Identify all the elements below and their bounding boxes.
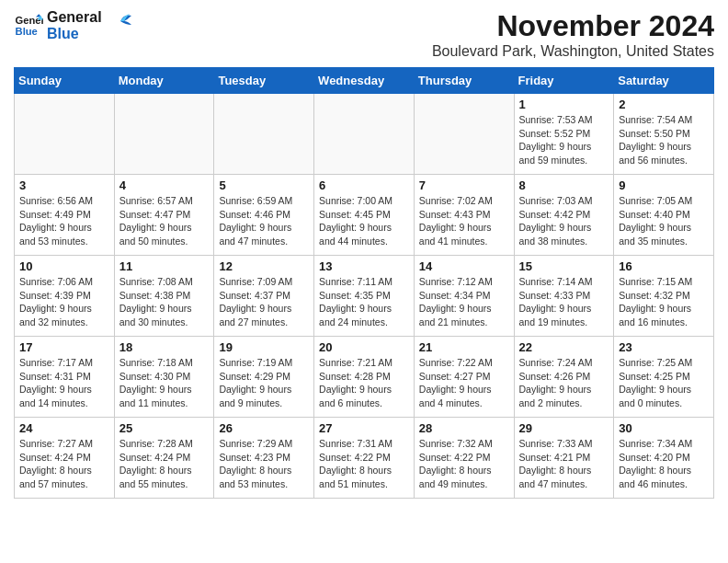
day-number: 26 — [219, 421, 309, 435]
day-number: 1 — [519, 98, 609, 111]
logo-blue: Blue — [47, 26, 102, 42]
calendar-cell: 27Sunrise: 7:31 AM Sunset: 4:22 PM Dayli… — [314, 418, 415, 499]
calendar-cell — [214, 94, 314, 175]
calendar-cell: 7Sunrise: 7:02 AM Sunset: 4:43 PM Daylig… — [414, 175, 514, 256]
day-info: Sunrise: 7:54 AM Sunset: 5:50 PM Dayligh… — [619, 113, 709, 167]
day-info: Sunrise: 7:19 AM Sunset: 4:29 PM Dayligh… — [219, 356, 309, 410]
main-title: November 2024 — [432, 9, 714, 43]
day-number: 10 — [19, 259, 109, 273]
day-info: Sunrise: 6:59 AM Sunset: 4:46 PM Dayligh… — [219, 194, 309, 248]
day-header-friday: Friday — [514, 68, 614, 94]
day-info: Sunrise: 7:08 AM Sunset: 4:38 PM Dayligh… — [119, 275, 210, 329]
calendar-cell: 1Sunrise: 7:53 AM Sunset: 5:52 PM Daylig… — [514, 94, 614, 175]
calendar-cell: 9Sunrise: 7:05 AM Sunset: 4:40 PM Daylig… — [614, 175, 714, 256]
day-info: Sunrise: 7:31 AM Sunset: 4:22 PM Dayligh… — [319, 437, 409, 491]
week-row-5: 24Sunrise: 7:27 AM Sunset: 4:24 PM Dayli… — [15, 418, 714, 499]
week-row-3: 10Sunrise: 7:06 AM Sunset: 4:39 PM Dayli… — [15, 256, 714, 337]
calendar-cell — [15, 94, 115, 175]
day-info: Sunrise: 7:34 AM Sunset: 4:20 PM Dayligh… — [619, 437, 709, 491]
calendar-cell: 18Sunrise: 7:18 AM Sunset: 4:30 PM Dayli… — [114, 337, 214, 418]
day-header-wednesday: Wednesday — [314, 68, 415, 94]
day-header-thursday: Thursday — [414, 68, 514, 94]
header: General Blue General Blue November 2024 … — [14, 9, 714, 60]
day-number: 17 — [19, 340, 109, 354]
day-number: 25 — [119, 421, 210, 435]
title-section: November 2024 Boulevard Park, Washington… — [432, 9, 714, 60]
day-number: 24 — [19, 421, 109, 435]
day-number: 14 — [419, 259, 509, 273]
day-number: 30 — [619, 421, 709, 435]
day-number: 29 — [519, 421, 609, 435]
day-number: 9 — [619, 178, 709, 192]
subtitle: Boulevard Park, Washington, United State… — [432, 43, 714, 60]
day-number: 3 — [19, 178, 109, 192]
calendar-cell: 17Sunrise: 7:17 AM Sunset: 4:31 PM Dayli… — [15, 337, 115, 418]
day-info: Sunrise: 6:57 AM Sunset: 4:47 PM Dayligh… — [119, 194, 210, 248]
day-header-tuesday: Tuesday — [214, 68, 314, 94]
day-info: Sunrise: 7:14 AM Sunset: 4:33 PM Dayligh… — [519, 275, 609, 329]
calendar-cell: 24Sunrise: 7:27 AM Sunset: 4:24 PM Dayli… — [15, 418, 115, 499]
day-number: 2 — [619, 98, 709, 111]
day-info: Sunrise: 7:24 AM Sunset: 4:26 PM Dayligh… — [519, 356, 609, 410]
day-number: 13 — [319, 259, 409, 273]
calendar-cell: 10Sunrise: 7:06 AM Sunset: 4:39 PM Dayli… — [15, 256, 115, 337]
day-number: 23 — [619, 340, 709, 354]
calendar-cell: 20Sunrise: 7:21 AM Sunset: 4:28 PM Dayli… — [314, 337, 415, 418]
calendar-cell: 22Sunrise: 7:24 AM Sunset: 4:26 PM Dayli… — [514, 337, 614, 418]
calendar-cell: 11Sunrise: 7:08 AM Sunset: 4:38 PM Dayli… — [114, 256, 214, 337]
day-info: Sunrise: 6:56 AM Sunset: 4:49 PM Dayligh… — [19, 194, 109, 248]
day-number: 21 — [419, 340, 509, 354]
calendar-cell: 2Sunrise: 7:54 AM Sunset: 5:50 PM Daylig… — [614, 94, 714, 175]
calendar-cell: 25Sunrise: 7:28 AM Sunset: 4:24 PM Dayli… — [114, 418, 214, 499]
logo-bird-icon — [108, 12, 133, 30]
day-number: 19 — [219, 340, 309, 354]
calendar-cell: 3Sunrise: 6:56 AM Sunset: 4:49 PM Daylig… — [15, 175, 115, 256]
day-number: 11 — [119, 259, 210, 273]
day-info: Sunrise: 7:53 AM Sunset: 5:52 PM Dayligh… — [519, 113, 609, 167]
day-number: 20 — [319, 340, 409, 354]
day-number: 5 — [219, 178, 309, 192]
day-info: Sunrise: 7:09 AM Sunset: 4:37 PM Dayligh… — [219, 275, 309, 329]
day-info: Sunrise: 7:15 AM Sunset: 4:32 PM Dayligh… — [619, 275, 709, 329]
calendar-cell — [314, 94, 415, 175]
day-number: 27 — [319, 421, 409, 435]
day-info: Sunrise: 7:00 AM Sunset: 4:45 PM Dayligh… — [319, 194, 409, 248]
calendar-cell: 15Sunrise: 7:14 AM Sunset: 4:33 PM Dayli… — [514, 256, 614, 337]
logo-icon: General Blue — [14, 11, 43, 40]
calendar-cell: 29Sunrise: 7:33 AM Sunset: 4:21 PM Dayli… — [514, 418, 614, 499]
calendar-table: SundayMondayTuesdayWednesdayThursdayFrid… — [14, 67, 714, 499]
day-info: Sunrise: 7:25 AM Sunset: 4:25 PM Dayligh… — [619, 356, 709, 410]
day-info: Sunrise: 7:06 AM Sunset: 4:39 PM Dayligh… — [19, 275, 109, 329]
calendar-cell — [414, 94, 514, 175]
day-info: Sunrise: 7:18 AM Sunset: 4:30 PM Dayligh… — [119, 356, 210, 410]
calendar-cell: 13Sunrise: 7:11 AM Sunset: 4:35 PM Dayli… — [314, 256, 415, 337]
day-info: Sunrise: 7:11 AM Sunset: 4:35 PM Dayligh… — [319, 275, 409, 329]
week-row-4: 17Sunrise: 7:17 AM Sunset: 4:31 PM Dayli… — [15, 337, 714, 418]
calendar-cell — [114, 94, 214, 175]
day-info: Sunrise: 7:21 AM Sunset: 4:28 PM Dayligh… — [319, 356, 409, 410]
day-number: 15 — [519, 259, 609, 273]
week-row-2: 3Sunrise: 6:56 AM Sunset: 4:49 PM Daylig… — [15, 175, 714, 256]
day-number: 22 — [519, 340, 609, 354]
day-info: Sunrise: 7:17 AM Sunset: 4:31 PM Dayligh… — [19, 356, 109, 410]
logo: General Blue General Blue — [14, 9, 133, 41]
day-number: 12 — [219, 259, 309, 273]
day-info: Sunrise: 7:22 AM Sunset: 4:27 PM Dayligh… — [419, 356, 509, 410]
calendar-cell: 6Sunrise: 7:00 AM Sunset: 4:45 PM Daylig… — [314, 175, 415, 256]
calendar-cell: 19Sunrise: 7:19 AM Sunset: 4:29 PM Dayli… — [214, 337, 314, 418]
calendar-cell: 30Sunrise: 7:34 AM Sunset: 4:20 PM Dayli… — [614, 418, 714, 499]
day-header-sunday: Sunday — [15, 68, 115, 94]
calendar-cell: 5Sunrise: 6:59 AM Sunset: 4:46 PM Daylig… — [214, 175, 314, 256]
day-number: 6 — [319, 178, 409, 192]
day-info: Sunrise: 7:12 AM Sunset: 4:34 PM Dayligh… — [419, 275, 509, 329]
day-number: 4 — [119, 178, 210, 192]
day-header-saturday: Saturday — [614, 68, 714, 94]
calendar-cell: 28Sunrise: 7:32 AM Sunset: 4:22 PM Dayli… — [414, 418, 514, 499]
day-info: Sunrise: 7:02 AM Sunset: 4:43 PM Dayligh… — [419, 194, 509, 248]
day-number: 16 — [619, 259, 709, 273]
calendar-cell: 12Sunrise: 7:09 AM Sunset: 4:37 PM Dayli… — [214, 256, 314, 337]
day-info: Sunrise: 7:03 AM Sunset: 4:42 PM Dayligh… — [519, 194, 609, 248]
calendar-cell: 21Sunrise: 7:22 AM Sunset: 4:27 PM Dayli… — [414, 337, 514, 418]
day-info: Sunrise: 7:27 AM Sunset: 4:24 PM Dayligh… — [19, 437, 109, 491]
calendar-cell: 26Sunrise: 7:29 AM Sunset: 4:23 PM Dayli… — [214, 418, 314, 499]
